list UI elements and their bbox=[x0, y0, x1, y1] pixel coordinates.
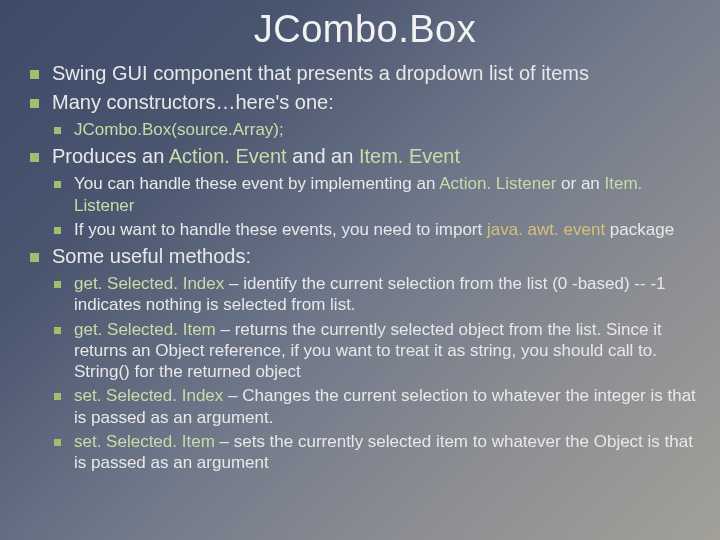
text: package bbox=[605, 220, 674, 239]
bullet-text: If you want to handle these events, you … bbox=[74, 220, 674, 239]
method-name: set. Selected. Item bbox=[74, 432, 215, 451]
bullet-icon bbox=[54, 227, 61, 234]
package-text: java. awt. event bbox=[487, 220, 605, 239]
bullet-text: Many constructors…here's one: bbox=[52, 91, 334, 113]
bullet-list: Swing GUI component that presents a drop… bbox=[28, 61, 702, 473]
bullet-icon bbox=[54, 127, 61, 134]
bullet-import-package: If you want to handle these events, you … bbox=[52, 219, 702, 240]
text: You can handle these event by implementi… bbox=[74, 174, 439, 193]
bullet-icon bbox=[54, 393, 61, 400]
bullet-text: get. Selected. Index – identify the curr… bbox=[74, 274, 666, 314]
bullet-handle-events: You can handle these event by implementi… bbox=[52, 173, 702, 216]
bullet-text: set. Selected. Index – Changes the curre… bbox=[74, 386, 696, 426]
method-name: get. Selected. Index bbox=[74, 274, 224, 293]
bullet-icon bbox=[30, 253, 39, 262]
method-name: get. Selected. Item bbox=[74, 320, 216, 339]
bullet-set-selected-index: set. Selected. Index – Changes the curre… bbox=[52, 385, 702, 428]
bullet-text: Some useful methods: bbox=[52, 245, 251, 267]
text: and an bbox=[287, 145, 359, 167]
code-text: Action. Listener bbox=[439, 174, 556, 193]
code-text: Action. Event bbox=[169, 145, 287, 167]
bullet-set-selected-item: set. Selected. Item – sets the currently… bbox=[52, 431, 702, 474]
bullet-get-selected-item: get. Selected. Item – returns the curren… bbox=[52, 319, 702, 383]
bullet-icon bbox=[30, 153, 39, 162]
code-text: JCombo.Box(source.Array); bbox=[74, 120, 284, 139]
bullet-icon bbox=[54, 327, 61, 334]
bullet-produces-events: Produces an Action. Event and an Item. E… bbox=[28, 144, 702, 240]
slide: JCombo.Box Swing GUI component that pres… bbox=[0, 0, 720, 540]
slide-title: JCombo.Box bbox=[28, 8, 702, 51]
bullet-icon bbox=[54, 439, 61, 446]
bullet-icon bbox=[54, 181, 61, 188]
text: Produces an bbox=[52, 145, 169, 167]
bullet-text: Produces an Action. Event and an Item. E… bbox=[52, 145, 460, 167]
text: If you want to handle these events, you … bbox=[74, 220, 487, 239]
bullet-text: Swing GUI component that presents a drop… bbox=[52, 62, 589, 84]
bullet-constructor-example: JCombo.Box(source.Array); bbox=[52, 119, 702, 140]
bullet-get-selected-index: get. Selected. Index – identify the curr… bbox=[52, 273, 702, 316]
bullet-text: get. Selected. Item – returns the curren… bbox=[74, 320, 662, 382]
bullet-text: You can handle these event by implementi… bbox=[74, 174, 642, 214]
bullet-icon bbox=[54, 281, 61, 288]
bullet-icon bbox=[30, 70, 39, 79]
bullet-text: set. Selected. Item – sets the currently… bbox=[74, 432, 693, 472]
bullet-icon bbox=[30, 99, 39, 108]
code-text: Item. Event bbox=[359, 145, 460, 167]
method-name: set. Selected. Index bbox=[74, 386, 223, 405]
bullet-swing-component: Swing GUI component that presents a drop… bbox=[28, 61, 702, 86]
bullet-useful-methods: Some useful methods: get. Selected. Inde… bbox=[28, 244, 702, 473]
text: or an bbox=[556, 174, 604, 193]
bullet-constructors: Many constructors…here's one: JCombo.Box… bbox=[28, 90, 702, 140]
